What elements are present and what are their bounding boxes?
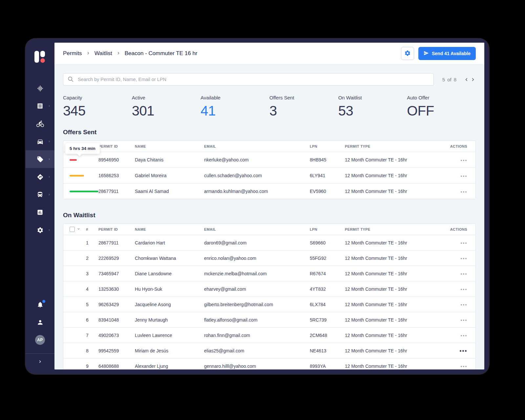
- offer-progress-bar: [70, 175, 98, 177]
- table-row: 9 64808688 Alexander Ljung gennaro.hilll…: [63, 358, 475, 369]
- stat-value: OFF: [407, 103, 476, 119]
- breadcrumb-permits[interactable]: Permits: [63, 50, 82, 57]
- row-actions-button[interactable]: [460, 318, 467, 323]
- cell-email: rohan.finn@gmail.com: [204, 333, 310, 338]
- stat-available: Available 41: [200, 95, 269, 119]
- cell-name: Gabriel Moreira: [135, 173, 204, 178]
- cell-permit-type: 12 Month Commuter TE - 16hr: [345, 302, 442, 307]
- chevron-right-icon: [37, 359, 43, 366]
- topbar-actions: Send 41 Available: [401, 47, 476, 60]
- cell-number: 1: [86, 240, 98, 245]
- offers-table: 5 hrs 34 min PERMIT ID NAME EMAIL LPN PE…: [63, 140, 476, 199]
- column-actions: ACTIONS: [442, 227, 469, 231]
- select-all-checkbox[interactable]: [70, 227, 75, 232]
- send-available-button[interactable]: Send 41 Available: [418, 47, 476, 60]
- cell-permit-id: 89546950: [98, 157, 135, 162]
- row-actions-button[interactable]: [460, 241, 467, 246]
- table-row: 28677911 Saami Al Samad armando.kuhlman@…: [63, 183, 475, 199]
- cell-number: 4: [86, 286, 98, 292]
- column-number: #: [86, 227, 98, 231]
- sidebar-expand-button[interactable]: [26, 354, 54, 371]
- table-row: 3 73465947 Diane Lansdowne mckenzie.melb…: [63, 265, 475, 281]
- search: [63, 73, 434, 86]
- row-actions-button[interactable]: [460, 189, 467, 195]
- app-logo[interactable]: [34, 50, 46, 64]
- stats-row: Capacity 345 Active 301 Available 41 O: [63, 95, 476, 119]
- cell-number: 9: [86, 364, 98, 369]
- sidebar-item-bike[interactable]: [26, 115, 54, 133]
- cell-permit-type: 12 Month Commuter TE - 16hr: [345, 157, 442, 162]
- cell-permit-id: 28677911: [98, 189, 135, 194]
- cell-email: armando.kuhlman@yahoo.com: [204, 189, 310, 194]
- sidebar-item-curb-audio[interactable]: [26, 79, 54, 97]
- sidebar-item-parking[interactable]: [26, 133, 54, 150]
- cell-email: daron69@gmail.com: [204, 240, 310, 245]
- cell-lpn: EV5960: [310, 189, 345, 194]
- table-row: 89546950 Daya Chitanis nkerluke@yahoo.co…: [63, 152, 475, 167]
- column-permit-type: PERMIT TYPE: [345, 227, 442, 231]
- stat-label: Auto Offer: [407, 95, 476, 100]
- page-prev-button[interactable]: [463, 76, 469, 83]
- settings-button[interactable]: [401, 47, 414, 60]
- cell-email: nkerluke@yahoo.com: [204, 157, 310, 162]
- stat-label: On Waitlist: [338, 95, 407, 100]
- row-actions-button[interactable]: [460, 364, 467, 369]
- column-lpn: LPN: [310, 227, 345, 231]
- sidebar-item-passes[interactable]: [26, 97, 54, 115]
- send-available-label: Send 41 Available: [432, 51, 471, 56]
- stat-value: 345: [63, 103, 132, 119]
- receipt-icon: [37, 103, 43, 109]
- cell-permit-type: 12 Month Commuter TE - 16hr: [345, 348, 442, 353]
- cell-permit-type: 12 Month Commuter TE - 16hr: [345, 189, 442, 194]
- search-input[interactable]: [63, 73, 434, 86]
- sidebar-item-transit[interactable]: [26, 186, 54, 203]
- cell-permit-id: 49020673: [98, 333, 135, 338]
- table-row: 7 49020673 Luvleen Lawrence rohan.finn@g…: [63, 327, 475, 343]
- notifications-button[interactable]: [26, 296, 54, 313]
- cell-email: cullen.schaden@yahoo.com: [204, 173, 310, 178]
- app-window: AP Permits Wa: [26, 39, 489, 374]
- main-wrap: Permits Waitlist Beacon - Commuter TE 16…: [54, 39, 489, 374]
- stat-active: Active 301: [132, 95, 201, 119]
- sidebar-item-settings[interactable]: [26, 221, 54, 239]
- cell-number: 5: [86, 302, 98, 307]
- breadcrumb-waitlist[interactable]: Waitlist: [94, 50, 112, 57]
- sidebar-item-directions[interactable]: [26, 168, 54, 186]
- row-actions-button[interactable]: [459, 348, 467, 354]
- row-actions-button[interactable]: [460, 333, 467, 338]
- stage: AP Permits Wa: [0, 0, 525, 420]
- offers-sent-title: Offers Sent: [63, 129, 476, 136]
- cell-email: eharvey@gmail.com: [204, 286, 310, 292]
- cell-email: flatley.alfonso@gmail.com: [204, 317, 310, 323]
- sidebar-item-reports[interactable]: [26, 203, 54, 221]
- table-row: 8 99542559 Miriam de Jesús elias25@gmail…: [63, 343, 475, 358]
- table-row: 6 83941048 Jenny Murtaugh flatley.alfons…: [63, 312, 475, 327]
- stat-label: Active: [132, 95, 201, 100]
- cell-name: Alexander Ljung: [135, 364, 204, 369]
- cell-permit-type: 12 Month Commuter TE - 16hr: [345, 173, 442, 178]
- stat-on-waitlist: On Waitlist 53: [338, 95, 407, 119]
- sidebar-nav: [26, 79, 54, 239]
- row-actions-button[interactable]: [460, 158, 467, 163]
- row-actions-button[interactable]: [460, 174, 467, 179]
- row-actions-button[interactable]: [460, 271, 467, 277]
- cell-permit-id: 99542559: [98, 348, 135, 353]
- row-actions-button[interactable]: [460, 287, 467, 292]
- stat-capacity: Capacity 345: [63, 95, 132, 119]
- bus-icon: [37, 191, 43, 198]
- cell-name: Luvleen Lawrence: [135, 333, 204, 338]
- main-panel: Permits Waitlist Beacon - Commuter TE 16…: [54, 43, 484, 369]
- account-avatar[interactable]: AP: [26, 331, 54, 349]
- page-next-button[interactable]: [470, 76, 476, 83]
- cell-email: elias25@gmail.com: [204, 348, 310, 353]
- row-actions-button[interactable]: [460, 302, 467, 307]
- cell-name: Jenny Murtaugh: [135, 317, 204, 323]
- profile-button[interactable]: [26, 313, 54, 331]
- cell-name: Miriam de Jesús: [135, 348, 204, 353]
- offer-progress-bar: [70, 191, 98, 192]
- column-email: EMAIL: [204, 144, 310, 148]
- sidebar-item-permits[interactable]: [26, 150, 54, 168]
- chevron-down-icon[interactable]: [76, 227, 81, 232]
- cell-number: 7: [86, 333, 98, 338]
- row-actions-button[interactable]: [460, 256, 467, 261]
